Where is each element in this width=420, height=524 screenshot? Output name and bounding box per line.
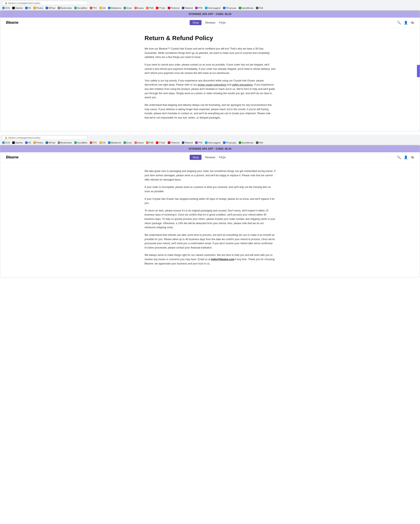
bookmark-item[interactable]: GA (99, 7, 106, 9)
bookmark-item[interactable]: FB groups (222, 141, 237, 144)
bookmark-item[interactable]: TFC (89, 141, 98, 144)
bookmark-item[interactable]: WPopt (45, 141, 56, 144)
logo-bottom: Bleame (6, 155, 18, 159)
nav-reviews-bottom[interactable]: Reviews (205, 156, 215, 159)
browser-chrome-bottom: 🔒 bleame.com/pages/return-policy VCNStar… (0, 135, 420, 145)
promo-banner-top: SITEWIDE 30% OFF - CODE: BL30 (0, 11, 420, 17)
browser-chrome-top: 🔒 bleame.com/pages/return-policy VCNStar… (0, 0, 420, 10)
paragraph-9: We understand that refunds can take some… (145, 233, 275, 250)
bookmark-item[interactable]: Pinterest (167, 7, 180, 9)
site-nav-bottom: Bleame Shop Reviews FAQs 🔍 👤 🛍 (0, 152, 420, 163)
bookmark-item[interactable]: FNB (146, 7, 154, 9)
bookmark-item[interactable]: Bookmarks (57, 7, 72, 9)
paragraph-3: Your safety is our top priority. If you … (145, 79, 275, 100)
website-panel-bottom: SITEWIDE 30% OFF - CODE: BL30 Bleame Sho… (0, 145, 420, 277)
bookmark-item[interactable]: Asana (134, 7, 144, 9)
paragraph-5: We take great care in packaging and ship… (145, 169, 275, 182)
address-bar-bottom[interactable]: 🔒 bleame.com/pages/return-policy (2, 136, 87, 140)
website-panel-top: SITEWIDE 30% OFF - CODE: BL30 Bleame Sho… (0, 10, 420, 131)
bookmark-item[interactable]: VCN (2, 141, 10, 144)
bookmark-item[interactable]: VCN (2, 7, 10, 9)
nav-links-top: Shop Reviews FAQs (190, 20, 226, 25)
bookmark-item[interactable]: Photos (33, 7, 44, 9)
page-title: Return & Refund Policy (145, 34, 275, 42)
email-link[interactable]: hello@bleame.com (211, 258, 234, 261)
bookmark-item[interactable]: WPopt (45, 7, 56, 9)
paragraph-2: If you need to cancel your order, please… (145, 63, 275, 75)
bookmark-item[interactable]: Starlink (12, 141, 23, 144)
scrollbar-hint-top[interactable] (417, 65, 420, 77)
promo-banner-bottom: SITEWIDE 30% OFF - CODE: BL30 (0, 145, 420, 152)
bookmarks-bar-bottom: VCNStarlinkFBPhotosWPoptBookmarksSocialB… (2, 141, 418, 145)
bookmark-item[interactable]: TFC (89, 7, 98, 9)
paragraph-4: We understand that shipping and delivery… (145, 103, 275, 120)
bookmark-item[interactable]: Bookmarks (57, 141, 72, 144)
search-icon-top[interactable]: 🔍 (397, 21, 401, 25)
bookmark-item[interactable]: Asana (134, 141, 144, 144)
cart-icon-bottom[interactable]: 🛍 (411, 156, 414, 159)
bookmark-item[interactable]: Starlink (12, 7, 23, 9)
bookmark-item[interactable]: Grow (123, 141, 132, 144)
site-nav-top: Bleame Shop Reviews FAQs 🔍 👤 🛍 (0, 17, 420, 28)
bookmark-item[interactable]: GA (99, 141, 106, 144)
bookmark-item[interactable]: PPA (195, 7, 203, 9)
bookmark-item[interactable]: QuickBooks (238, 7, 254, 9)
bookmark-item[interactable]: SocialBee (74, 7, 88, 9)
safety-precautions-link[interactable]: safety precautions (232, 83, 253, 86)
bookmark-item[interactable]: Pinterest (167, 141, 180, 144)
nav-reviews-top[interactable]: Reviews (205, 21, 215, 24)
nav-shop-top[interactable]: Shop (190, 20, 202, 25)
account-icon-top[interactable]: 👤 (404, 21, 408, 25)
bookmark-item[interactable]: FAA (255, 141, 264, 144)
paragraph-6: If your order is incomplete, please send… (145, 185, 275, 193)
bookmark-item[interactable]: Ubersuggest (204, 141, 221, 144)
bookmarks-bar-top: VCNStarlinkFBPhotosWPoptBookmarksSocialB… (2, 6, 418, 10)
bookmark-item[interactable]: Grow (123, 7, 132, 9)
bookmark-item[interactable]: QuickBooks (238, 141, 254, 144)
bookmark-item[interactable]: Tailwind (181, 141, 193, 144)
url-text-top: bleame.com/pages/return-policy (9, 2, 41, 4)
bookmark-item[interactable]: Mediavine (107, 7, 122, 9)
bookmark-item[interactable]: FB groups (222, 7, 237, 9)
paragraph-7: If your Crystal Hair Eraser has stopped … (145, 197, 275, 205)
paragraph-10: We always strive to make things right fo… (145, 253, 275, 266)
address-bar-top[interactable]: 🔒 bleame.com/pages/return-policy (2, 1, 87, 5)
logo-top: Bleame (6, 20, 18, 25)
url-text-bottom: bleame.com/pages/return-policy (9, 137, 41, 139)
paragraph-1: We love our Bleame™ Crystal Hair Eraser … (145, 47, 275, 59)
bookmark-item[interactable]: FAA (255, 7, 264, 9)
bookmark-item[interactable]: Ubersuggest (204, 7, 221, 9)
paragraph-8: To return an item, please ensure it's in… (145, 209, 275, 230)
nav-faqs-bottom[interactable]: FAQs (219, 156, 226, 159)
bookmark-item[interactable]: YTube (155, 141, 166, 144)
nav-faqs-top[interactable]: FAQs (219, 21, 226, 24)
bookmark-item[interactable]: PPA (195, 141, 203, 144)
nav-icons-bottom: 🔍 👤 🛍 (397, 155, 414, 159)
bookmark-item[interactable]: Tailwind (181, 7, 193, 9)
bookmark-item[interactable]: Mediavine (107, 141, 122, 144)
bookmark-item[interactable]: FB (25, 141, 32, 144)
bookmark-item[interactable]: SocialBee (74, 141, 88, 144)
bookmark-item[interactable]: FB (25, 7, 32, 9)
cart-icon-top[interactable]: 🛍 (411, 21, 414, 25)
bookmark-item[interactable]: FNB (146, 141, 154, 144)
nav-links-bottom: Shop Reviews FAQs (190, 155, 226, 160)
search-icon-bottom[interactable]: 🔍 (397, 155, 401, 159)
nav-shop-bottom[interactable]: Shop (190, 155, 202, 160)
account-icon-bottom[interactable]: 👤 (404, 155, 408, 159)
proper-usage-link[interactable]: proper usage instructions (198, 83, 226, 86)
bookmark-item[interactable]: Photos (33, 141, 44, 144)
nav-icons-top: 🔍 👤 🛍 (397, 21, 414, 25)
bookmark-item[interactable]: YTube (155, 7, 166, 9)
page-content-top: Return & Refund Policy We love our Bleam… (141, 28, 280, 131)
page-content-bottom: We take great care in packaging and ship… (141, 163, 280, 277)
